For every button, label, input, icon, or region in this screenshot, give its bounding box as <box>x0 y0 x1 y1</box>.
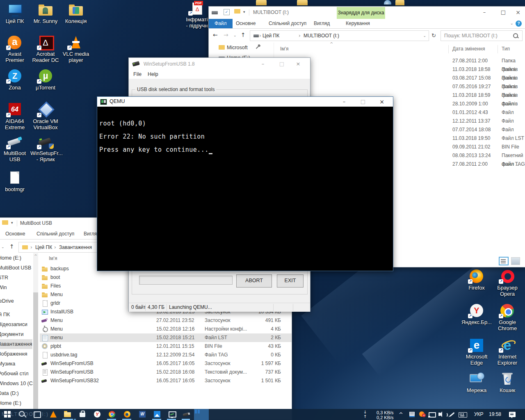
desktop-icon[interactable]: ↗ Avast Premier <box>0 35 30 63</box>
column-type[interactable]: Тип <box>502 46 510 52</box>
action-center-icon[interactable] <box>508 410 517 419</box>
qemu-console[interactable]: root (hd0,0) Error 22: No such partition… <box>97 107 393 271</box>
scrollbar[interactable]: ^ <box>33 253 38 420</box>
title-bar[interactable]: QEMU – □ × <box>97 97 393 107</box>
language-indicator[interactable]: УКР <box>474 412 484 417</box>
start-button[interactable] <box>3 410 12 419</box>
up-button[interactable]: ↑ <box>9 243 14 250</box>
column-divider[interactable] <box>448 45 449 53</box>
column-name[interactable]: Ім'я <box>280 46 288 52</box>
desktop-icon[interactable]: ↗ Mr. Sunny <box>30 2 61 24</box>
maximize-button[interactable]: □ <box>356 97 370 107</box>
column-name[interactable]: Ім'я <box>49 256 57 261</box>
nav-item[interactable]: MultiBoot USB <box>0 263 32 273</box>
maximize-button[interactable]: □ <box>275 58 289 70</box>
desktop-icon[interactable]: ↗ Oracle VM VirtualBox <box>30 103 61 130</box>
desktop-icon[interactable]: ↗ WinSetupFr... - Ярлик <box>30 135 61 162</box>
desktop-icon[interactable]: ↗ Acrobat Reader DC <box>30 35 61 63</box>
network-speed-arrows[interactable]: ↓ ↑ <box>363 410 368 419</box>
network-tray-icon[interactable] <box>428 410 437 419</box>
maximize-button[interactable]: □ <box>496 7 510 18</box>
touch-keyboard-icon[interactable] <box>458 410 467 419</box>
nav-item[interactable]: Робочий стіл <box>0 369 32 379</box>
pen-tray-icon[interactable] <box>448 410 457 419</box>
desktop-icon[interactable]: ↗ Microsoft Edge <box>461 338 492 366</box>
details-view-button[interactable] <box>499 257 509 265</box>
file-row[interactable]: 27.08.2011 2:00 Папка файлів <box>274 57 525 65</box>
close-button[interactable]: × <box>511 7 525 18</box>
exit-button[interactable]: EXIT <box>277 274 304 288</box>
recent-locations-icon[interactable]: ⌄ <box>233 33 237 37</box>
vlc-icon[interactable] <box>49 410 58 419</box>
search-icon[interactable] <box>18 410 27 419</box>
minimize-button[interactable]: – <box>477 7 491 18</box>
nav-item[interactable]: Home (E:) <box>0 253 32 263</box>
thumbnail-view-button[interactable] <box>511 257 520 265</box>
column-divider[interactable] <box>498 45 498 53</box>
nav-item[interactable]: Зображення <box>0 349 32 359</box>
back-button[interactable]: ← <box>213 32 218 38</box>
file-row[interactable]: WinSetupFromUSB 16.05.2017 16:05 Застосу… <box>40 359 292 368</box>
desktop-icon[interactable]: ↗ Internet Explorer <box>492 338 523 366</box>
chrome-icon[interactable] <box>108 410 117 419</box>
qat-customize-icon[interactable]: ▾ <box>11 221 13 225</box>
nav-item[interactable]: Документи <box>0 329 32 339</box>
nav-item[interactable]: Win <box>0 283 32 292</box>
desktop-icon[interactable]: ↗ Цей ПК <box>0 2 30 24</box>
nav-item[interactable]: Home (E:) <box>0 398 32 408</box>
task-view-icon[interactable] <box>33 410 42 419</box>
desktop-icon[interactable]: ↗ Мережа <box>461 372 492 393</box>
breadcrumb-this-pc[interactable]: Цей ПК <box>262 31 279 41</box>
nav-item[interactable]: Завантаження <box>0 339 32 349</box>
title-bar[interactable]: WinSetupFromUSB 1.8 – □ × <box>129 58 310 70</box>
close-button[interactable]: × <box>375 97 389 107</box>
nav-item[interactable]: Data (D:) <box>0 388 32 398</box>
winsetupfromusb-icon[interactable] <box>183 410 192 419</box>
photos-icon[interactable] <box>153 410 162 419</box>
tab-file[interactable]: Файл <box>209 19 233 28</box>
performance-monitor-icon[interactable] <box>168 410 177 419</box>
file-row[interactable]: Menu 15.02.2018 12:16 Настройки конфі...… <box>40 325 292 333</box>
search-box[interactable]: Пошук: MULTIBOOT (I:) <box>441 30 523 41</box>
nav-item[interactable]: OneDrive <box>0 296 32 306</box>
tab-share[interactable]: Спільний доступ <box>32 229 78 239</box>
desktop-icon[interactable]: ↗ Google Chrome <box>492 304 523 331</box>
qat-customize-icon[interactable]: ▾ <box>243 10 245 14</box>
desktop-icon[interactable]: ↗ Яндекс.Бр... <box>461 304 492 325</box>
file-row[interactable]: WinSetupFromUSB 15.02.2018 16:08 Текстов… <box>40 368 292 377</box>
help-icon[interactable]: ? <box>516 21 522 27</box>
abort-button[interactable]: ABORT <box>236 274 272 288</box>
desktop-icon[interactable]: ↗ Колекція <box>61 2 91 24</box>
breadcrumb-this-pc[interactable]: Цей ПК <box>35 242 52 252</box>
file-row[interactable]: plpbt 12.01.2011 15:15 BIN File 43 КБ <box>40 342 292 351</box>
breadcrumb-downloads[interactable]: Завантаження <box>59 242 92 252</box>
desktop-icon[interactable]: ↗ µTorrent <box>30 69 61 91</box>
file-row[interactable]: Menu 27.02.2011 23:52 Застосунок 491 КБ <box>40 316 292 325</box>
forward-button[interactable]: → <box>224 32 228 38</box>
new-folder-icon[interactable] <box>234 9 240 14</box>
search-icon[interactable] <box>513 33 518 38</box>
scrollbar-thumb[interactable] <box>33 292 38 411</box>
tray-expand-icon[interactable]: ^ <box>399 412 403 417</box>
close-button[interactable]: × <box>291 58 305 70</box>
desktop-icon[interactable]: ↗ Браузер Opera <box>492 269 523 297</box>
firefox-icon[interactable] <box>123 410 132 419</box>
tab-manage[interactable]: Керування <box>342 19 374 28</box>
up-button[interactable]: ↑ <box>241 32 246 38</box>
breadcrumb-drive[interactable]: MULTIBOOT (I:) <box>304 31 339 41</box>
file-explorer-icon[interactable] <box>63 410 72 419</box>
menu-file[interactable]: File <box>133 70 142 79</box>
file-row[interactable]: 11.03.2018 18:58 Папка файлів <box>274 65 525 74</box>
desktop-icon[interactable]: ↗ Firefox <box>461 269 492 291</box>
nav-item[interactable]: Windows 10 (C:) <box>0 379 32 388</box>
tab-home[interactable]: Основне <box>232 19 260 28</box>
yandex-browser-icon[interactable] <box>93 410 102 419</box>
desktop-icon[interactable]: ↗ VLC media player <box>61 35 91 63</box>
word-icon[interactable] <box>138 410 147 419</box>
nav-item-microsoft[interactable]: Microsoft <box>209 43 274 53</box>
nav-item[interactable]: STR <box>0 273 32 283</box>
desktop-icon[interactable]: ↗ Zona <box>0 69 30 91</box>
menu-help[interactable]: Help <box>148 70 158 79</box>
file-row[interactable]: 03.08.2017 15:08 Папка файлів <box>274 74 525 82</box>
app-window-tray-icon[interactable] <box>408 410 417 419</box>
